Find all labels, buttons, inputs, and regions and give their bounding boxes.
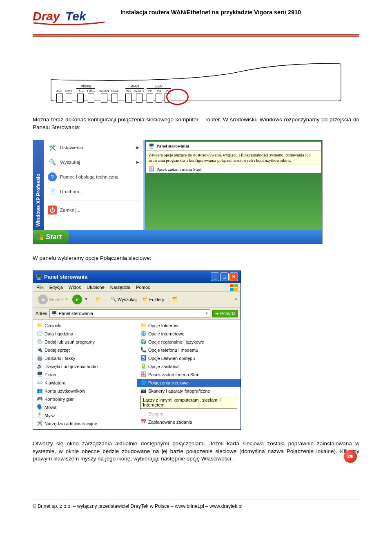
address-label: Adres bbox=[36, 311, 47, 316]
cp-item-network-sel[interactable]: 🌐Połączenia sieciowe bbox=[137, 379, 241, 387]
minimize-button[interactable]: _ bbox=[211, 273, 219, 281]
port-w1: W1 bbox=[126, 89, 131, 93]
port-act: ACT bbox=[56, 89, 63, 93]
power-icon: ⏻ bbox=[48, 206, 57, 214]
views-button[interactable]: 🗂️ bbox=[172, 297, 178, 302]
port-fxs1: FXS1 bbox=[76, 89, 85, 93]
maximize-button[interactable]: □ bbox=[220, 273, 229, 281]
folders-button[interactable]: 📂 Foldery bbox=[141, 296, 166, 303]
cp-item-scanners[interactable]: 📷Skanery i aparaty fotograficzne bbox=[137, 387, 241, 395]
folder-icon: 📁 bbox=[140, 322, 147, 329]
taskbar-icon: 🪟 bbox=[149, 166, 154, 172]
back-button[interactable]: ◄ Wstecz ▼ bbox=[36, 294, 70, 305]
submenu-arrow-icon: ▶ bbox=[136, 160, 139, 164]
address-input[interactable]: 🖥️ Panel sterowania ▼ bbox=[49, 309, 211, 318]
up-button[interactable]: 📁 bbox=[94, 296, 103, 303]
settings-icon: 🛠️ bbox=[48, 143, 57, 152]
startmenu-sidebar: Windows XP Professio bbox=[33, 140, 44, 230]
go-label: Przejdź bbox=[220, 311, 235, 316]
menu-item-search[interactable]: 🔍 Wyszukaj ▶ bbox=[44, 155, 143, 170]
menu-edit[interactable]: Edycja bbox=[49, 285, 63, 290]
back-icon: ◄ bbox=[38, 295, 48, 304]
cp-item-addremove[interactable]: 💿Dodaj lub usuń programy bbox=[33, 338, 137, 346]
cp-item-mouse[interactable]: 🖱️Mysz bbox=[33, 411, 137, 420]
cp-item-system[interactable]: System bbox=[137, 410, 241, 418]
cp-item-regional[interactable]: 🌍Opcje regionalne i językowe bbox=[137, 338, 241, 346]
overflow-chevron[interactable]: » bbox=[235, 297, 237, 302]
start-button[interactable]: Start bbox=[33, 230, 69, 244]
cp-item-folderopts[interactable]: 📁Opcje folderów bbox=[137, 322, 241, 330]
cp-item-sound[interactable]: 🔊Dźwięki i urządzenia audio bbox=[33, 362, 137, 371]
menu-file[interactable]: Plik bbox=[36, 285, 44, 290]
popup-taskbar-item[interactable]: 🪟 Pasek zadań i menu Start bbox=[146, 165, 321, 173]
address-value: Panel sterowania bbox=[59, 311, 93, 316]
svg-rect-9 bbox=[234, 288, 238, 291]
cp-item-datetime[interactable]: 🕐Data i godzina bbox=[33, 330, 137, 338]
dropdown-icon[interactable]: ▼ bbox=[205, 311, 208, 315]
windows-xp-label: Windows XP Professio bbox=[36, 170, 41, 230]
folder-icon: 📁 bbox=[36, 322, 43, 329]
menu-view[interactable]: Widok bbox=[69, 285, 81, 290]
menu-help[interactable]: Pomoc bbox=[136, 285, 150, 290]
phone-group-label: Phone bbox=[80, 84, 91, 88]
help-icon: ? bbox=[48, 172, 57, 181]
menu-bar: Plik Edycja Widok Ulubione Narzędzia Pom… bbox=[33, 283, 241, 292]
cp-item-fonts[interactable]: 📁Czcionki bbox=[33, 322, 137, 330]
divider-thin bbox=[33, 36, 359, 37]
cp-item-power[interactable]: 🔋Opcje zasilania bbox=[137, 362, 241, 371]
footer-text: © Brinet sp. z o.o. – wyłączny przedstaw… bbox=[33, 503, 243, 509]
content-col-2: 📁Opcje folderów 🌐Opcje internetowe 🌍Opcj… bbox=[137, 322, 241, 428]
svg-text:Tek: Tek bbox=[65, 9, 87, 23]
menu-label: Ustawienia bbox=[60, 145, 83, 150]
cp-item-phone[interactable]: 📞Opcje telefonu i modemu bbox=[137, 346, 241, 354]
popup-control-panel-item[interactable]: 🖥️ Panel sterowania bbox=[146, 142, 321, 151]
menu-item-help[interactable]: ? Pomoc i obsługa techniczna bbox=[44, 170, 143, 184]
svg-rect-4 bbox=[37, 237, 40, 240]
address-bar: Adres 🖥️ Panel sterowania ▼ ➔ Przejdź bbox=[33, 308, 241, 320]
startmenu-right-panel: 🖥️ Panel sterowania Zawiera opcje służąc… bbox=[144, 140, 322, 230]
go-button[interactable]: ➔ Przejdź bbox=[212, 310, 238, 317]
menu-item-run[interactable]: 📄 Uruchom... bbox=[44, 184, 143, 199]
page-footer: © Brinet sp. z o.o. – wyłączny przedstaw… bbox=[33, 500, 359, 512]
menu-item-shutdown[interactable]: ⏻ Zamknij... bbox=[44, 203, 143, 217]
lan-group-label: LAN bbox=[155, 84, 163, 88]
menu-label: Uruchom... bbox=[60, 189, 83, 194]
cp-item-admin[interactable]: 🛠️Narzędzia administracyjne bbox=[33, 420, 137, 428]
menu-label: Wyszukaj bbox=[60, 160, 80, 165]
cp-item-display[interactable]: 🖥️Ekran bbox=[33, 371, 137, 379]
menu-label: Pomoc i obsługa techniczna bbox=[60, 174, 118, 179]
taskbar-icon: 🪟 bbox=[140, 371, 147, 378]
menu-item-settings[interactable]: 🛠️ Ustawienia ▶ bbox=[44, 140, 143, 155]
cp-item-printers[interactable]: 🖨️Drukarki i faksy bbox=[33, 354, 137, 362]
cp-item-gamectrl[interactable]: 🎮Kontrolery gier bbox=[33, 395, 137, 403]
cp-item-speech[interactable]: 🗣️Mowa bbox=[33, 403, 137, 411]
cp-item-internet[interactable]: 🌐Opcje internetowe bbox=[137, 330, 241, 338]
close-button[interactable]: ✕ bbox=[229, 273, 238, 281]
cp-item-taskbar[interactable]: 🪟Pasek zadań i menu Start bbox=[137, 371, 241, 379]
router-diagram: ACT DMZ Phone FXS1 FXS2 WLAN USB WAN bbox=[49, 49, 343, 104]
document-title: Instalacja routera WAN/Ethetnet na przyk… bbox=[106, 7, 359, 16]
port-dmz: DMZ bbox=[65, 89, 72, 93]
taskbar: Start bbox=[33, 230, 322, 244]
cp-item-access[interactable]: ♿Opcje ułatwień dostępu bbox=[137, 354, 241, 362]
cp-item-scheduled[interactable]: 📅Zaplanowane zadania bbox=[137, 418, 241, 426]
battery-icon: 🔋 bbox=[140, 363, 147, 370]
paragraph-1: Można teraz dokonać konfiguracji połącze… bbox=[33, 116, 359, 132]
windows-flag-icon bbox=[36, 233, 44, 241]
forward-button[interactable]: ► bbox=[72, 295, 82, 304]
cp-item-addhw[interactable]: 🔌Dodaj sprzęt bbox=[33, 346, 137, 354]
menu-favorites[interactable]: Ulubione bbox=[87, 285, 104, 290]
paragraph-2: W panelu wybieramy opcję Połączenia siec… bbox=[33, 255, 359, 262]
cp-item-keyboard[interactable]: ⌨️Klawiatura bbox=[33, 379, 137, 387]
folders-icon: 📂 bbox=[143, 297, 148, 302]
window-titlebar: 🖥️ Panel sterowania _ □ ✕ bbox=[33, 271, 241, 283]
port-usb: USB bbox=[111, 89, 118, 93]
search-button[interactable]: 🔍 Wyszukaj bbox=[109, 296, 138, 303]
port-p2: P2 bbox=[148, 89, 152, 93]
users-icon: 👥 bbox=[36, 388, 43, 394]
cp-item-users[interactable]: 👥Konta użytkowników bbox=[33, 387, 137, 395]
menu-tools[interactable]: Narzędzia bbox=[110, 285, 131, 290]
svg-rect-7 bbox=[234, 284, 238, 287]
camera-icon: 📷 bbox=[140, 388, 147, 394]
calendar-icon: 📅 bbox=[140, 419, 147, 425]
